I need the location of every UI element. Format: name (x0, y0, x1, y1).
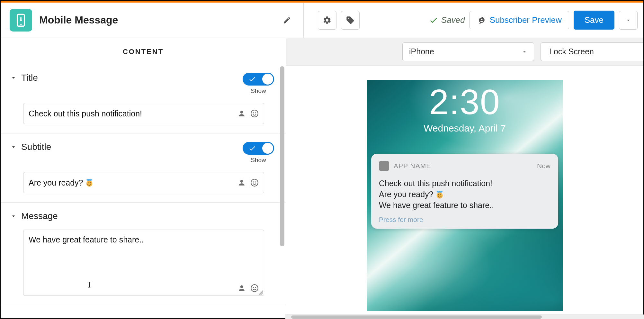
emoji-picker-icon[interactable] (250, 178, 259, 187)
lock-date: Wednesday, April 7 (367, 123, 563, 134)
section-message-header[interactable]: Message (10, 211, 58, 221)
emoji-picker-icon[interactable] (250, 284, 259, 292)
chevron-down-icon (10, 213, 17, 219)
notification-app-icon (379, 161, 389, 171)
horizontal-scrollbar-thumb[interactable] (291, 315, 542, 319)
svg-point-5 (253, 112, 254, 113)
view-select[interactable]: Lock Screen (541, 42, 643, 61)
preview-area: 2:30 Wednesday, April 7 APP NAME Now Che… (286, 66, 643, 318)
header-left: Mobile Message (10, 9, 291, 32)
title-input-value: Check out this push notification! (29, 109, 237, 118)
device-select[interactable]: iPhone (402, 42, 534, 61)
svg-point-11 (251, 179, 258, 186)
title-show-toggle[interactable] (243, 73, 274, 86)
preview-toolbar: iPhone Lock Screen (286, 38, 643, 66)
view-select-value: Lock Screen (549, 47, 594, 56)
emoji-picker-icon[interactable] (250, 109, 259, 118)
subtitle-toggle-label: Show (251, 157, 266, 164)
notification-app-name: APP NAME (394, 162, 431, 170)
section-subtitle-header[interactable]: Subtitle (10, 142, 51, 152)
svg-point-13 (255, 181, 256, 182)
text-cursor-icon: I (88, 279, 91, 290)
personalization-icon[interactable] (237, 284, 246, 292)
content-tab[interactable]: CONTENT (1, 38, 286, 64)
header-divider (303, 3, 304, 38)
subtitle-input[interactable]: Are you ready? (23, 172, 264, 193)
title-input[interactable]: Check out this push notification! (23, 103, 264, 124)
svg-point-19 (438, 194, 439, 195)
svg-point-12 (253, 181, 254, 182)
halo-emoji-icon (435, 190, 444, 199)
more-actions-button[interactable] (619, 11, 638, 30)
edit-title-icon[interactable] (283, 16, 291, 24)
title-toggle-label: Show (251, 87, 266, 95)
header-bar: Mobile Message Saved Subscriber Preview … (1, 3, 643, 38)
svg-point-15 (253, 287, 254, 288)
personalization-icon[interactable] (237, 178, 246, 187)
check-icon (429, 16, 438, 25)
page-title: Mobile Message (39, 14, 118, 26)
content-scroll-area: Title Show Check out this push notificat… (1, 64, 286, 319)
svg-point-7 (86, 179, 92, 181)
notification-title: Check out this push notification! (379, 178, 550, 189)
notification-card: APP NAME Now Check out this push notific… (371, 154, 558, 229)
svg-rect-2 (20, 17, 22, 19)
message-textarea-value: We have great feature to share.. (29, 235, 144, 244)
notification-more: Press for more (379, 216, 550, 223)
horizontal-scrollbar[interactable] (285, 314, 644, 319)
chevron-down-icon (625, 17, 631, 23)
personalization-icon[interactable] (237, 109, 246, 118)
subscriber-preview-button[interactable]: Subscriber Preview (470, 11, 569, 29)
svg-point-20 (440, 194, 441, 195)
resize-handle[interactable] (259, 290, 263, 295)
section-subtitle: Subtitle Show Are you ready? (1, 133, 286, 203)
svg-point-18 (436, 192, 443, 198)
toggle-knob (262, 74, 273, 85)
svg-rect-3 (20, 24, 22, 25)
vertical-scrollbar-thumb[interactable] (280, 66, 284, 246)
header-right: Saved Subscriber Preview Save (309, 11, 638, 30)
main-area: CONTENT Title Show (1, 38, 643, 318)
subscriber-preview-label: Subscriber Preview (490, 15, 562, 25)
save-button[interactable]: Save (574, 11, 614, 30)
section-message-label: Message (21, 211, 58, 221)
message-textarea[interactable]: We have great feature to share.. I (23, 230, 264, 296)
subtitle-input-value: Are you ready? (29, 178, 237, 187)
notification-subtitle: Are you ready? (379, 189, 550, 200)
subscriber-preview-icon (477, 15, 487, 25)
content-panel: CONTENT Title Show (1, 38, 286, 318)
toggle-knob (262, 143, 273, 154)
device-select-value: iPhone (409, 47, 522, 56)
check-icon (248, 75, 256, 83)
notification-message: We have great feature to share.. (379, 200, 550, 211)
svg-point-14 (251, 285, 258, 292)
subtitle-show-toggle[interactable] (243, 142, 274, 155)
svg-point-17 (436, 191, 443, 193)
svg-point-4 (251, 110, 258, 117)
section-title: Title Show Check out this push notificat… (1, 64, 286, 133)
saved-status: Saved (429, 15, 465, 25)
section-title-label: Title (21, 73, 38, 83)
phone-preview: 2:30 Wednesday, April 7 APP NAME Now Che… (367, 80, 563, 311)
svg-point-6 (255, 112, 256, 113)
svg-point-10 (90, 182, 91, 183)
svg-point-16 (255, 287, 256, 288)
preview-panel: iPhone Lock Screen 2:30 Wednesday, April… (286, 38, 643, 318)
saved-label: Saved (441, 15, 465, 25)
chevron-down-icon (10, 144, 17, 150)
check-icon (248, 144, 256, 152)
svg-point-8 (86, 181, 92, 187)
halo-emoji-icon (85, 178, 94, 187)
chevron-down-icon (522, 49, 527, 55)
notification-time: Now (537, 162, 550, 170)
tag-button[interactable] (341, 11, 360, 30)
section-message: Message We have great feature to share..… (1, 203, 286, 305)
lock-time: 2:30 (367, 84, 563, 120)
mobile-message-icon (10, 9, 32, 32)
section-subtitle-label: Subtitle (21, 142, 51, 152)
section-title-header[interactable]: Title (10, 73, 38, 83)
svg-point-9 (87, 182, 88, 183)
chevron-down-icon (10, 75, 17, 81)
settings-button[interactable] (318, 11, 336, 30)
